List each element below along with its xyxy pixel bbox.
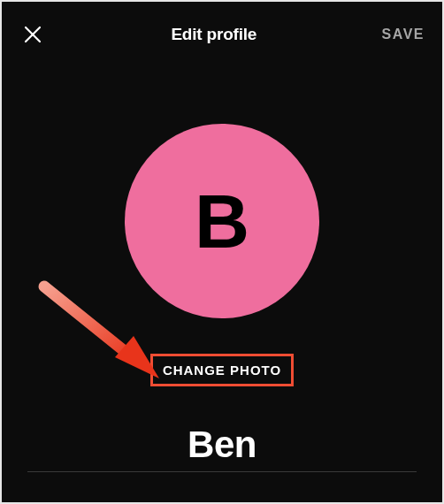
- close-icon: [22, 24, 43, 45]
- name-value: Ben: [188, 424, 256, 465]
- close-button[interactable]: [19, 21, 46, 48]
- name-input[interactable]: Ben: [27, 424, 417, 472]
- page-title: Edit profile: [171, 25, 256, 44]
- avatar[interactable]: B: [125, 124, 319, 318]
- content-area: B CHANGE PHOTO Ben: [2, 51, 442, 472]
- save-button[interactable]: SAVE: [382, 27, 425, 42]
- edit-profile-screen: Edit profile SAVE B CHANGE PHOTO Ben: [0, 0, 444, 504]
- change-photo-button[interactable]: CHANGE PHOTO: [150, 354, 294, 386]
- avatar-initial: B: [195, 183, 249, 259]
- header-bar: Edit profile SAVE: [2, 2, 442, 51]
- change-photo-wrapper: CHANGE PHOTO: [150, 354, 294, 386]
